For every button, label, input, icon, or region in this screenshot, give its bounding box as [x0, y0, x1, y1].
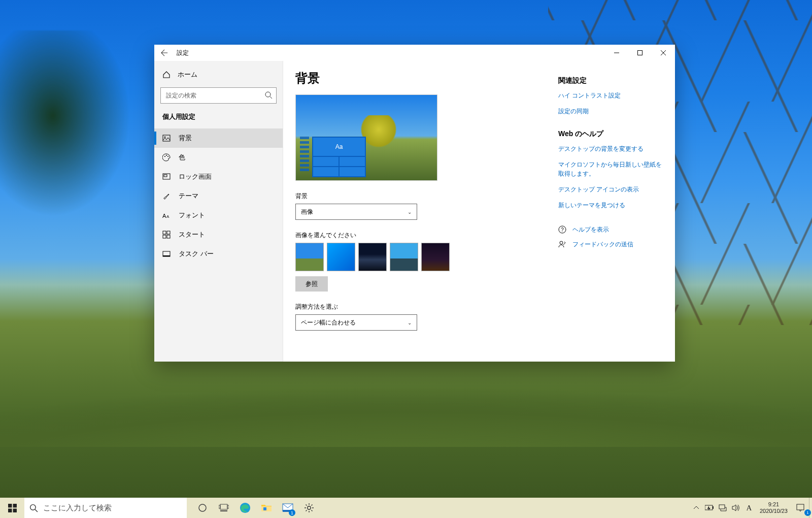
svg-point-25	[199, 504, 206, 511]
nav-label: フォント	[179, 211, 205, 220]
sidebar-item-themes[interactable]: テーマ	[154, 186, 283, 206]
link-change-bg[interactable]: デスクトップの背景を変更する	[558, 145, 666, 153]
get-help[interactable]: ? ヘルプを表示	[558, 225, 666, 234]
taskbar-search-placeholder: ここに入力して検索	[43, 503, 112, 513]
thumbnail-5[interactable]	[421, 243, 450, 271]
taskbar-app-edge[interactable]	[234, 498, 256, 518]
sidebar-section: 個人用設定	[154, 109, 283, 128]
cortana-button[interactable]	[192, 498, 213, 518]
lockscreen-icon	[162, 173, 171, 181]
picture-icon	[162, 134, 171, 142]
svg-rect-38	[719, 505, 725, 509]
desktop: 設定 ホーム	[0, 0, 812, 518]
tray-ime[interactable]: A	[742, 498, 756, 518]
sidebar-item-background[interactable]: 背景	[154, 128, 283, 148]
svg-rect-11	[163, 231, 166, 234]
thumbnail-3[interactable]	[358, 243, 387, 271]
windows-logo-icon	[8, 504, 17, 512]
svg-point-35	[308, 506, 311, 509]
svg-rect-13	[163, 235, 166, 238]
chevron-up-icon	[694, 505, 699, 510]
sidebar-item-fonts[interactable]: AA フォント	[154, 206, 283, 225]
svg-rect-8	[164, 175, 167, 177]
desktop-preview: Aa	[295, 94, 437, 181]
preview-sample-text: Aa	[313, 138, 365, 156]
give-feedback[interactable]: フィードバックの送信	[558, 240, 666, 249]
svg-rect-2	[163, 135, 170, 141]
background-type-select[interactable]: 画像 ⌄	[295, 204, 417, 220]
sidebar-home[interactable]: ホーム	[154, 65, 283, 84]
search-input[interactable]	[160, 87, 277, 104]
tray-network[interactable]	[716, 498, 729, 518]
start-button[interactable]	[0, 498, 24, 518]
svg-rect-0	[638, 51, 642, 55]
svg-rect-12	[167, 231, 170, 234]
browse-button[interactable]: 参照	[295, 276, 328, 292]
link-daily-wallpaper[interactable]: マイクロソフトから毎日新しい壁紙を取得します。	[558, 160, 666, 178]
thumbnail-4[interactable]	[390, 243, 418, 271]
nav-label: テーマ	[179, 191, 198, 201]
sidebar-item-taskbar[interactable]: タスク バー	[154, 244, 283, 264]
taskbar-app-settings[interactable]	[298, 498, 320, 518]
web-help-head: Web のヘルプ	[558, 130, 666, 139]
taskbar-app-explorer[interactable]	[256, 498, 277, 518]
svg-point-4	[164, 156, 165, 157]
maximize-button[interactable]	[628, 45, 652, 61]
taskbar-app-mail[interactable]: 1	[277, 498, 298, 518]
minimize-button[interactable]	[605, 45, 628, 61]
minimize-icon	[614, 50, 619, 55]
tray-clock[interactable]: 9:21 2020/10/23	[756, 501, 792, 514]
link-desktop-icons[interactable]: デスクトップ アイコンの表示	[558, 185, 666, 194]
cortana-icon	[198, 503, 207, 512]
edge-icon	[240, 502, 251, 513]
sidebar-item-start[interactable]: スタート	[154, 225, 283, 244]
tray-power[interactable]	[703, 498, 716, 518]
fit-dropdown-label: 調整方法を選ぶ	[295, 303, 546, 311]
fit-select[interactable]: ページ幅に合わせる ⌄	[295, 314, 417, 331]
sidebar-search[interactable]	[160, 87, 277, 104]
back-button[interactable]	[154, 45, 175, 61]
thumbnail-1[interactable]	[295, 243, 324, 271]
action-center[interactable]: 1	[792, 498, 809, 518]
gear-icon	[304, 503, 314, 513]
help-icon: ?	[558, 225, 567, 234]
svg-rect-16	[163, 255, 170, 256]
maximize-icon	[637, 50, 642, 55]
svg-rect-22	[8, 508, 12, 512]
settings-window: 設定 ホーム	[154, 45, 675, 362]
taskbar-search[interactable]: ここに入力して検索	[24, 498, 187, 518]
notification-icon	[796, 504, 804, 512]
main-pane: 背景 Aa 背景 画像 ⌄	[283, 61, 558, 362]
svg-rect-21	[13, 504, 16, 507]
sidebar: ホーム 個人用設定 背景 色	[154, 61, 283, 362]
svg-text:?: ?	[561, 227, 564, 233]
task-view-button[interactable]	[213, 498, 234, 518]
svg-rect-20	[8, 504, 12, 507]
svg-rect-26	[220, 504, 227, 509]
feedback-icon	[558, 240, 567, 248]
thumbnail-2[interactable]	[327, 243, 355, 271]
sidebar-item-lockscreen[interactable]: ロック画面	[154, 167, 283, 186]
link-find-themes[interactable]: 新しいテーマを見つける	[558, 201, 666, 210]
folder-icon	[261, 503, 272, 513]
speaker-icon	[732, 504, 740, 511]
start-grid-icon	[162, 231, 171, 239]
svg-rect-39	[797, 504, 804, 510]
nav-label: ロック画面	[179, 172, 212, 181]
clock-time: 9:21	[760, 501, 788, 508]
link-sync-settings[interactable]: 設定の同期	[558, 107, 666, 116]
link-high-contrast[interactable]: ハイ コントラスト設定	[558, 91, 666, 100]
svg-point-19	[560, 241, 563, 244]
sidebar-item-colors[interactable]: 色	[154, 148, 283, 167]
svg-point-24	[30, 504, 36, 510]
tray-volume[interactable]	[729, 498, 742, 518]
related-settings-head: 関連設定	[558, 76, 666, 85]
search-icon	[29, 504, 38, 512]
svg-rect-27	[219, 505, 220, 508]
close-button[interactable]	[652, 45, 675, 61]
tray-chevron[interactable]	[690, 498, 703, 518]
svg-point-5	[166, 155, 167, 156]
page-heading: 背景	[295, 70, 546, 86]
taskbar-icon	[162, 250, 171, 258]
system-tray: A 9:21 2020/10/23 1	[690, 498, 812, 518]
